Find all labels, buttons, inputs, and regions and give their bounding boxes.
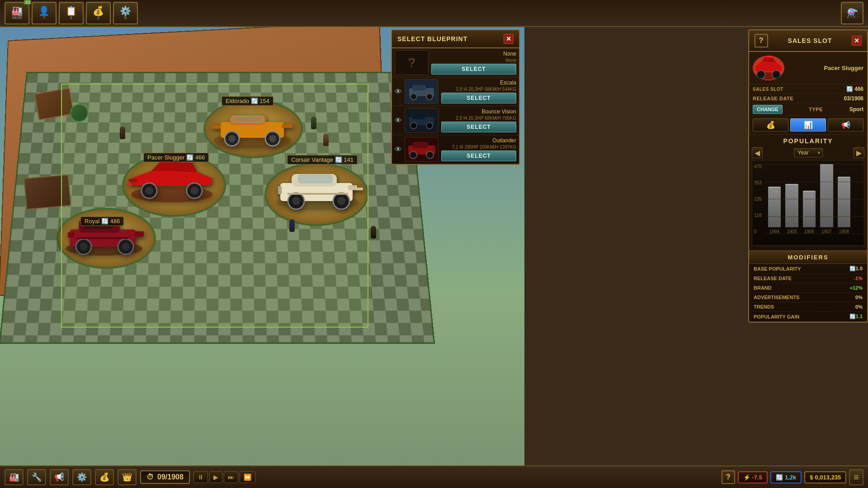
npc-5 <box>371 226 376 239</box>
corsair-label[interactable]: Corsair Vantage 🔄 141 <box>287 155 358 164</box>
svg-rect-25 <box>278 186 282 194</box>
blueprint-panel: SELECT BLUEPRINT ✕ ? None None SELECT 👁 … <box>391 29 520 165</box>
modifier-trends: TRENDS 0% <box>749 302 867 312</box>
blueprint-title: SELECT BLUEPRINT <box>397 35 467 42</box>
blueprint-thumb-outlander <box>405 137 439 162</box>
blueprint-close-button[interactable]: ✕ <box>504 34 514 44</box>
period-select[interactable]: Year Month Week <box>794 148 823 157</box>
blueprint-item-escala: 👁 Escala 2,9 I4 20,3HP 68KM/H 544KG SELE… <box>392 77 519 106</box>
chart-tab[interactable]: 📊 <box>790 118 826 131</box>
period-selector-wrapper: Year Month Week <box>794 148 823 157</box>
pacer-icon: 🔄 <box>186 154 193 161</box>
royal-label[interactable]: Royal 🔄 486 <box>80 216 124 226</box>
time-display: ⏱ 09/1908 <box>140 470 190 484</box>
gear-bottom-button[interactable]: ⚙️ <box>72 469 91 485</box>
svg-point-50 <box>426 122 433 129</box>
royal-value: 486 <box>110 218 120 225</box>
svg-rect-41 <box>68 232 75 238</box>
pop-prev-button[interactable]: ◀ <box>752 147 763 158</box>
bar-1905: 1905 <box>785 164 798 234</box>
trends-label: TRENDS <box>754 304 774 310</box>
modifiers-section: MODIFIERS BASE POPULARITY 🔄1.0 RELEASE D… <box>749 250 867 322</box>
y-label-353: 353 <box>754 180 762 185</box>
eldorado-label[interactable]: Eldorado 🔄 154 <box>222 96 274 106</box>
svg-rect-42 <box>77 237 129 239</box>
speaker-bottom-button[interactable]: 📢 <box>50 469 69 485</box>
reputation-icon: 🔄 <box>776 474 783 481</box>
sales-car-info: Pacer Slugger <box>749 52 867 84</box>
eye-escala-icon[interactable]: 👁 <box>395 88 402 96</box>
pop-next-button[interactable]: ▶ <box>854 147 864 158</box>
money-tab[interactable]: 💰 <box>753 118 788 131</box>
eldorado-car[interactable] <box>207 102 297 153</box>
svg-rect-30 <box>287 193 348 195</box>
bar-1908: 1908 <box>838 164 850 234</box>
select-none-button[interactable]: SELECT <box>431 64 516 75</box>
bag-icon: ⚗️ <box>847 9 858 18</box>
select-bounce-button[interactable]: SELECT <box>441 122 516 132</box>
blueprint-header: SELECT BLUEPRINT ✕ <box>392 30 519 48</box>
eldorado-value: 154 <box>259 98 269 104</box>
corsair-vantage-car[interactable] <box>269 160 366 216</box>
blueprint-info-none: None None SELECT <box>431 51 516 75</box>
sales-release-row: RELEASE DATE 03/1906 <box>749 94 867 103</box>
svg-rect-48 <box>412 114 425 119</box>
blueprint-name-none: None <box>431 51 516 57</box>
svg-point-15 <box>145 187 153 195</box>
svg-point-61 <box>772 70 780 79</box>
pacer-value: 466 <box>195 154 205 161</box>
finance-bottom-button[interactable]: 💰 <box>95 469 114 485</box>
settings-button[interactable]: ⚙️ 5 <box>113 2 138 24</box>
svg-point-39 <box>122 243 130 251</box>
factory-button[interactable]: 🏭 34/40 <box>5 2 29 24</box>
sales-change-type-row: CHANGE TYPE Sport <box>749 103 867 116</box>
pacer-slugger-label[interactable]: Pacer Slugger 🔄 466 <box>143 153 209 162</box>
fast-forward-button[interactable]: ⏭ <box>224 471 238 483</box>
research-count: 2 <box>70 15 72 20</box>
sales-popularity-row: SALES SLOT 🔄 466 <box>749 84 867 94</box>
select-outlander-button[interactable]: SELECT <box>441 150 516 161</box>
svg-marker-11 <box>131 171 212 185</box>
settings-count: 5 <box>124 15 127 20</box>
npc-2 <box>311 117 316 129</box>
royal-car[interactable] <box>59 208 149 262</box>
brand-value: +12% <box>850 285 863 291</box>
research-button[interactable]: 📋 2 <box>59 2 84 24</box>
play-button[interactable]: ▶ <box>209 471 222 483</box>
bar-1907-fill <box>820 164 833 227</box>
blueprint-info-escala: Escala 2,9 I4 20,3HP 68KM/H 544KG SELECT <box>441 80 516 103</box>
finance-button[interactable]: 💰 2 <box>86 2 111 24</box>
factory-bottom-button[interactable]: 🏭 <box>5 469 24 485</box>
svg-point-45 <box>410 94 417 100</box>
release-value: 03/1906 <box>844 95 863 102</box>
svg-rect-19 <box>129 179 137 182</box>
select-escala-button[interactable]: SELECT <box>441 93 516 103</box>
popularity-value: 🔄 466 <box>846 86 863 92</box>
eye-outlander-icon[interactable]: 👁 <box>395 145 402 154</box>
pause-button[interactable]: ⏸ <box>193 471 208 483</box>
svg-rect-55 <box>432 147 435 150</box>
change-button[interactable]: CHANGE <box>753 105 783 114</box>
popularity-section-title: POPULARITY <box>752 137 864 145</box>
label-1906: 1906 <box>804 229 814 234</box>
super-fast-button[interactable]: ⏩ <box>240 471 255 483</box>
popularity-label: SALES SLOT <box>753 87 783 92</box>
popularity-controls: ◀ Year Month Week ▶ <box>752 147 864 158</box>
menu-button[interactable]: ≡ <box>849 469 863 485</box>
popularity-icon: 🔄 <box>846 86 853 92</box>
sales-header: ? SALES SLOT ✕ <box>749 30 867 52</box>
y-label-470: 470 <box>754 164 762 169</box>
eye-bounce-icon[interactable]: 👁 <box>395 117 402 125</box>
crown-button[interactable]: 👑 <box>118 469 137 485</box>
speaker-tab[interactable]: 📢 <box>828 118 863 131</box>
sales-help-button[interactable]: ? <box>755 34 768 47</box>
bar-1904-fill <box>768 187 781 227</box>
y-label-0: 0 <box>754 229 762 234</box>
top-toolbar: 🏭 34/40 20 👤 7 📋 2 💰 2 ⚙️ 5 ⚗️ <box>0 0 868 27</box>
wrench-button[interactable]: 🔧 <box>27 469 46 485</box>
modifiers-title: MODIFIERS <box>749 251 867 264</box>
workers-button[interactable]: 👤 7 <box>32 2 57 24</box>
sales-close-button[interactable]: ✕ <box>852 36 862 46</box>
bag-button[interactable]: ⚗️ <box>841 2 863 24</box>
help-button-bottom[interactable]: ? <box>722 470 735 484</box>
